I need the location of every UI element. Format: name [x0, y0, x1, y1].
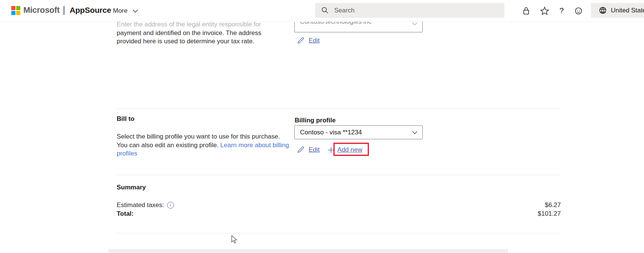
total-value: $101.27 — [538, 210, 561, 218]
region-selector[interactable]: United States — [591, 3, 644, 18]
sold-to-address-value: Contoso technologies inc — [300, 21, 371, 26]
star-icon — [540, 6, 549, 15]
estimated-taxes-row: Estimated taxes: i $6.27 — [117, 201, 561, 209]
microsoft-logo-icon[interactable] — [11, 6, 21, 15]
bill-to-heading: Bill to — [117, 115, 134, 123]
chevron-down-icon — [132, 9, 138, 13]
sold-to-address-dropdown[interactable]: Contoso technologies inc — [294, 21, 423, 32]
mouse-cursor-icon — [231, 235, 238, 244]
pencil-icon — [297, 37, 304, 44]
billing-profile-value: Contoso - visa **1234 — [300, 129, 362, 136]
total-row: Total: $101.27 — [117, 210, 561, 218]
billing-profile-label: Billing profile — [295, 117, 336, 124]
footer-band — [108, 249, 508, 253]
section-divider — [117, 175, 561, 175]
chevron-down-icon — [412, 131, 417, 134]
add-new-billing-profile-link[interactable]: Add new — [337, 146, 362, 154]
search-input[interactable] — [333, 6, 493, 15]
summary-heading: Summary — [117, 184, 146, 191]
more-menu[interactable]: More — [113, 7, 138, 15]
smiley-icon — [574, 7, 583, 15]
info-icon[interactable]: i — [167, 202, 174, 209]
question-mark-icon: ? — [559, 6, 563, 15]
edit-address-row: Edit — [297, 37, 320, 44]
lock-icon — [522, 7, 530, 15]
microsoft-wordmark[interactable]: Microsoft — [23, 5, 59, 15]
section-divider — [117, 108, 561, 109]
section-divider — [117, 233, 561, 233]
edit-billing-profile-link[interactable]: Edit — [309, 146, 320, 154]
help-button[interactable]: ? — [555, 0, 568, 21]
region-label: United States — [611, 7, 644, 14]
edit-address-link[interactable]: Edit — [309, 37, 320, 44]
search-bar[interactable] — [315, 3, 504, 18]
appsource-checkout-page: Microsoft | AppSource More ? — [0, 0, 644, 253]
private-plans-lock-button[interactable] — [520, 0, 533, 21]
estimated-taxes-label: Estimated taxes: — [117, 201, 164, 209]
feedback-button[interactable] — [572, 0, 585, 21]
search-icon — [321, 7, 329, 14]
chevron-down-icon — [412, 22, 417, 26]
more-label: More — [113, 7, 128, 15]
bill-to-description: Select the billing profile you want to u… — [117, 133, 291, 158]
total-label: Total: — [117, 210, 134, 218]
sold-to-description-line2: payment and identified on the invoice. T… — [117, 29, 294, 38]
globe-icon — [599, 6, 607, 14]
estimated-taxes-value: $6.27 — [545, 201, 561, 209]
appsource-logo[interactable]: AppSource — [70, 6, 111, 15]
brand-separator: | — [63, 5, 65, 15]
pencil-icon — [297, 146, 304, 154]
billing-profile-dropdown[interactable]: Contoso - visa **1234 — [294, 125, 423, 139]
sold-to-description: Enter the address of the legal entity re… — [117, 20, 294, 46]
saved-items-button[interactable] — [538, 0, 551, 21]
sold-to-description-line3: provided here is used to determine your … — [117, 37, 294, 46]
plus-icon — [328, 147, 334, 153]
billing-profile-actions: Edit Add new — [297, 144, 362, 155]
top-nav-bar: Microsoft | AppSource More ? — [0, 0, 644, 22]
